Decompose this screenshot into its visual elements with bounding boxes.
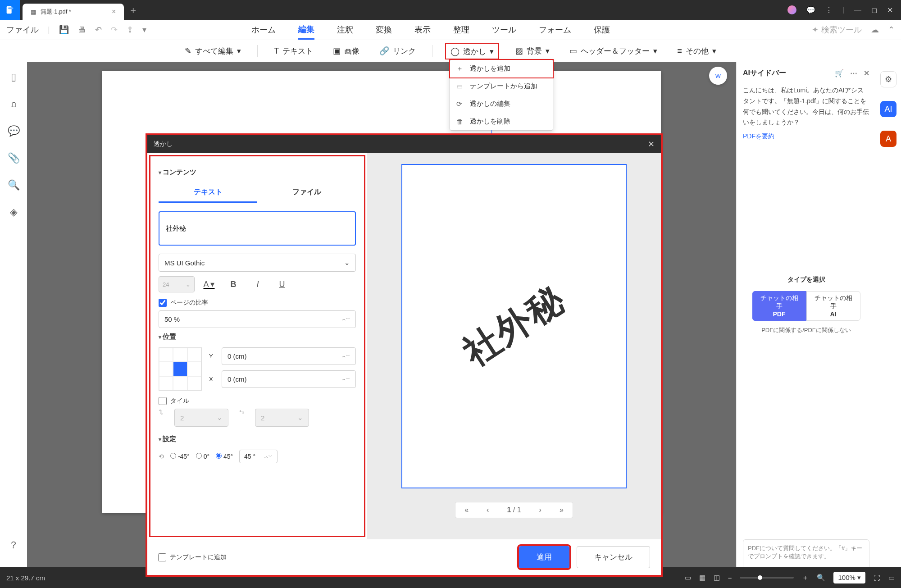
tab-annotate[interactable]: 注釈	[337, 21, 353, 39]
last-page-icon[interactable]: »	[560, 506, 564, 514]
menu-add-from-template[interactable]: ▭テンプレートから追加	[450, 77, 553, 95]
maximize-button[interactable]: ◻	[871, 6, 877, 14]
fullscreen-icon[interactable]: ⛶	[874, 574, 880, 582]
search-icon[interactable]: 🔍	[8, 179, 20, 191]
cancel-button[interactable]: キャンセル	[577, 546, 650, 568]
background-button[interactable]: ▨背景 ▾	[512, 44, 553, 58]
cart-icon[interactable]: 🛒	[835, 69, 844, 77]
underline-button[interactable]: U	[272, 276, 292, 292]
tab-protect[interactable]: 保護	[594, 21, 610, 39]
tile-h-icon: ⇆	[239, 409, 244, 427]
prev-page-icon[interactable]: ‹	[487, 506, 489, 514]
tab-forms[interactable]: フォーム	[539, 21, 571, 39]
section-content: コンテンツ	[159, 168, 356, 177]
watermark-button[interactable]: ◯透かし ▾	[445, 43, 499, 59]
kebab-menu-icon[interactable]: ⋮	[825, 6, 833, 14]
help-icon[interactable]: ？	[9, 538, 18, 552]
chat-pdf-pill[interactable]: チャットの相手PDF	[752, 291, 806, 321]
layers-icon[interactable]: ◈	[10, 206, 18, 218]
bookmark-icon[interactable]: ⩍	[11, 98, 16, 110]
more-quick-icon[interactable]: ▾	[142, 25, 146, 35]
content-tab-file[interactable]: ファイル	[257, 183, 356, 203]
rotate-45[interactable]: 45°	[216, 453, 233, 460]
menu-delete-watermark[interactable]: 🗑透かしを削除	[450, 113, 553, 130]
close-ai-icon[interactable]: ✕	[864, 69, 869, 77]
save-template-checkbox[interactable]: テンプレートに追加	[158, 553, 227, 561]
tile-checkbox[interactable]: タイル	[159, 397, 356, 405]
ai-app-icon[interactable]: AI	[880, 101, 896, 117]
tab-home[interactable]: ホーム	[251, 21, 276, 39]
page-icon[interactable]: ▯	[11, 71, 16, 83]
zoom-lens-icon[interactable]: 🔍	[817, 574, 825, 582]
rotate-0[interactable]: 0°	[196, 453, 209, 460]
app-icon	[0, 0, 20, 20]
close-window-button[interactable]: ✕	[887, 6, 893, 14]
share-icon[interactable]: ⇪	[127, 25, 133, 35]
scale-checkbox[interactable]: ページの比率	[159, 299, 356, 307]
x-offset-input[interactable]: 0 (cm)︿﹀	[222, 370, 356, 388]
document-tab[interactable]: ▦ 無題-1.pdf * ×	[23, 4, 124, 20]
comment-panel-icon[interactable]: 💬	[8, 125, 20, 137]
attachment-icon[interactable]: 📎	[8, 152, 20, 164]
headerfooter-icon: ▭	[569, 46, 577, 56]
bold-button[interactable]: B	[223, 276, 243, 292]
grid-icon[interactable]: ▦	[699, 574, 705, 582]
new-tab-button[interactable]: +	[130, 3, 136, 17]
chat-ai-pill[interactable]: チャットの相手AI	[806, 291, 860, 321]
zoom-level[interactable]: 100% ▾	[833, 572, 865, 583]
rotate-value-input[interactable]: 45 °︿﹀	[239, 450, 278, 463]
search-tools[interactable]: ✦ 検索ツール	[812, 24, 862, 35]
cloud-icon[interactable]: ☁	[871, 25, 879, 35]
right-rail: ⚙ AI A ›	[876, 62, 901, 588]
menu-edit-watermark[interactable]: ⟳透かしの編集	[450, 95, 553, 113]
text-button[interactable]: Tテキスト	[270, 44, 317, 58]
more-button[interactable]: ≡その他 ▾	[673, 44, 720, 58]
minimize-button[interactable]: —	[854, 6, 861, 14]
section-position: 位置	[159, 333, 356, 341]
font-select[interactable]: MS UI Gothic⌄	[159, 254, 356, 272]
dialog-close-button[interactable]: ✕	[648, 139, 655, 149]
zoom-out-icon[interactable]: −	[728, 574, 732, 582]
zoom-in-icon[interactable]: ＋	[802, 574, 809, 582]
close-tab-icon[interactable]: ×	[112, 8, 116, 16]
tab-edit[interactable]: 編集	[298, 20, 314, 40]
comment-icon[interactable]: 💬	[806, 6, 815, 14]
tab-view[interactable]: 表示	[414, 21, 431, 39]
settings-icon[interactable]: ⚙	[880, 71, 896, 87]
ai-input[interactable]: PDFについて質問してください。「#」キーでプロンプトを確認できます。	[743, 539, 869, 570]
y-offset-input[interactable]: 0 (cm)︿﹀	[222, 347, 356, 365]
tab-tools[interactable]: ツール	[492, 21, 516, 39]
content-tab-text[interactable]: テキスト	[159, 183, 257, 203]
position-grid[interactable]	[159, 347, 202, 391]
fit-icon[interactable]: ◫	[714, 574, 720, 582]
watermark-text-input[interactable]	[159, 211, 356, 246]
redo-icon[interactable]: ↷	[111, 25, 118, 35]
apply-button[interactable]: 適用	[519, 546, 569, 568]
text-color-button[interactable]: A ▾	[199, 276, 219, 292]
first-page-icon[interactable]: «	[464, 506, 469, 514]
chevron-up-icon[interactable]: ⌃	[888, 25, 895, 35]
user-avatar[interactable]	[787, 5, 796, 14]
rotate-m45[interactable]: -45°	[170, 453, 190, 460]
tab-organize[interactable]: 整理	[453, 21, 469, 39]
more-icon[interactable]: ⋯	[850, 69, 857, 77]
zoom-slider[interactable]	[740, 577, 794, 579]
image-button[interactable]: ▣画像	[329, 44, 363, 58]
save-icon[interactable]: 💾	[59, 25, 69, 35]
a-app-icon[interactable]: A	[880, 131, 896, 147]
layout-icon[interactable]: ▭	[685, 574, 691, 582]
reading-icon[interactable]: ▭	[888, 574, 895, 582]
italic-button[interactable]: I	[248, 276, 268, 292]
scale-select[interactable]: 50 %︿﹀	[159, 310, 356, 328]
word-badge[interactable]: W	[709, 67, 727, 85]
menu-add-watermark[interactable]: ＋透かしを追加	[449, 59, 554, 78]
print-icon[interactable]: 🖶	[78, 25, 86, 35]
tab-convert[interactable]: 変換	[376, 21, 392, 39]
header-footer-button[interactable]: ▭ヘッダー＆フッター ▾	[566, 44, 661, 58]
ai-summarize-link[interactable]: PDFを要約	[743, 132, 869, 141]
file-menu[interactable]: ファイル	[6, 24, 39, 35]
undo-icon[interactable]: ↶	[95, 25, 102, 35]
next-page-icon[interactable]: ›	[539, 506, 542, 514]
edit-all-button[interactable]: ✎すべて編集 ▾	[181, 44, 245, 58]
link-button[interactable]: 🔗リンク	[376, 44, 419, 58]
